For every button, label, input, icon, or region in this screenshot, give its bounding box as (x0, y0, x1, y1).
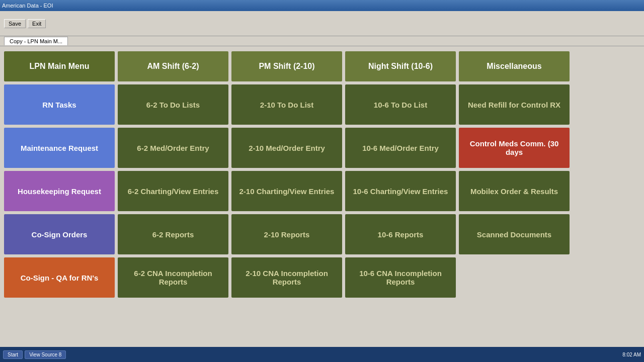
cell-housekeeping-request[interactable]: Housekeeping Request (4, 171, 115, 211)
taskbar: Start View Source 8 8:02 AM (0, 347, 644, 362)
cell-empty-misc (459, 257, 570, 298)
cell-maintenance-request[interactable]: Maintenance Request (4, 128, 115, 168)
cell-cosign-qa[interactable]: Co-Sign - QA for RN's (4, 257, 115, 298)
start-button[interactable]: Start (3, 350, 23, 359)
window-title: American Data - EOI (2, 3, 53, 9)
cell-106-cna[interactable]: 10-6 CNA Incompletion Reports (345, 257, 456, 298)
tab-copy-lpn[interactable]: Copy - LPN Main M... (4, 37, 68, 45)
cell-210-reports[interactable]: 2-10 Reports (231, 214, 342, 254)
cell-210-charting[interactable]: 2-10 Charting/View Entries (231, 171, 342, 211)
toolbar: Save Exit (0, 11, 644, 36)
cell-need-refill[interactable]: Need Refill for Control RX (459, 84, 570, 125)
cell-106-reports[interactable]: 10-6 Reports (345, 214, 456, 254)
header-col5: Miscellaneous (459, 51, 570, 81)
window-bar: American Data - EOI (0, 0, 644, 11)
cell-62-todo[interactable]: 6-2 To Do Lists (118, 84, 228, 125)
cell-control-meds[interactable]: Control Meds Comm. (30 days (459, 128, 570, 168)
cell-cosign-orders[interactable]: Co-Sign Orders (4, 214, 115, 254)
taskbar-app[interactable]: View Source 8 (25, 350, 66, 359)
exit-button[interactable]: Exit (28, 19, 46, 28)
cell-106-med-order[interactable]: 10-6 Med/Order Entry (345, 128, 456, 168)
cell-106-charting[interactable]: 10-6 Charting/View Entries (345, 171, 456, 211)
cell-210-cna[interactable]: 2-10 CNA Incompletion Reports (231, 257, 342, 298)
cell-62-charting[interactable]: 6-2 Charting/View Entries (118, 171, 228, 211)
header-col1: LPN Main Menu (4, 51, 115, 81)
header-col3: PM Shift (2-10) (231, 51, 342, 81)
cell-62-reports[interactable]: 6-2 Reports (118, 214, 228, 254)
cell-rn-tasks[interactable]: RN Tasks (4, 84, 115, 125)
main-content: LPN Main Menu AM Shift (6-2) PM Shift (2… (0, 46, 644, 347)
cell-210-med-order[interactable]: 2-10 Med/Order Entry (231, 128, 342, 168)
grid: LPN Main Menu AM Shift (6-2) PM Shift (2… (4, 51, 640, 298)
tab-bar: Copy - LPN Main M... (0, 36, 644, 46)
cell-210-todo[interactable]: 2-10 To Do List (231, 84, 342, 125)
save-button[interactable]: Save (4, 19, 26, 28)
taskbar-time: 8:02 AM (622, 352, 641, 357)
cell-106-todo[interactable]: 10-6 To Do List (345, 84, 456, 125)
cell-mobilex[interactable]: Mobilex Order & Results (459, 171, 570, 211)
cell-62-med-order[interactable]: 6-2 Med/Order Entry (118, 128, 228, 168)
cell-62-cna[interactable]: 6-2 CNA Incompletion Reports (118, 257, 228, 298)
header-col4: Night Shift (10-6) (345, 51, 456, 81)
cell-scanned-docs[interactable]: Scanned Documents (459, 214, 570, 254)
header-col2: AM Shift (6-2) (118, 51, 228, 81)
